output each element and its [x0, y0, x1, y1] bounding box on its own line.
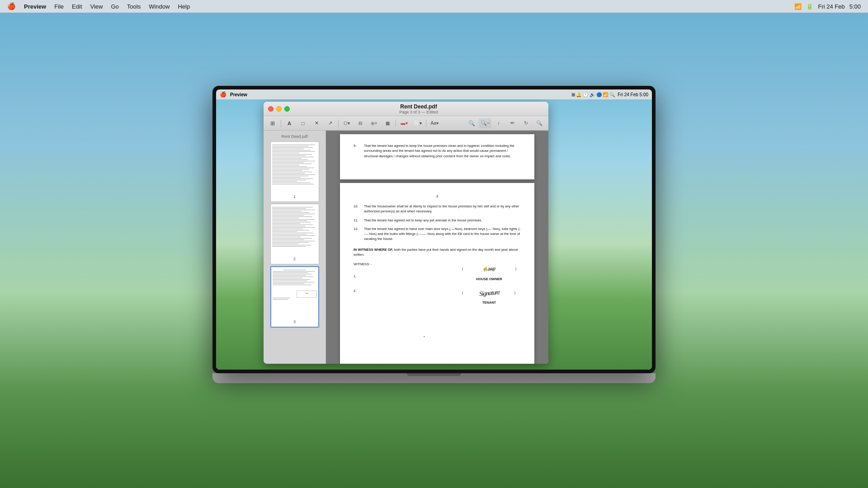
menubar-right: 📶 🔋 Fri 24 Feb 5:00: [794, 3, 861, 10]
desktop: 🍎 Preview File Edit View Go Tools Window…: [0, 0, 868, 488]
clause-9-text: That the tenant has agreed to keep the h…: [364, 143, 521, 159]
title-bar: Rent Deed.pdf Page 3 of 3 — Edited: [264, 102, 548, 116]
clause-9: 9. That the tenant has agreed to keep th…: [354, 143, 521, 159]
page-thumb-1-label: 1: [272, 193, 317, 200]
pdf-page-top: 9. That the tenant has agreed to keep th…: [340, 134, 534, 179]
window-title: Rent Deed.pdf: [400, 103, 437, 110]
toolbar-crop-btn[interactable]: ⊟: [354, 118, 367, 128]
tenant-label: TENANT: [460, 300, 519, 305]
clause-10-num: 10.: [354, 204, 362, 214]
menu-tools[interactable]: Tools: [127, 3, 141, 10]
screen-menubar: 🍎 Preview ⊞ 🔔 🕐 🔊 🔵 📶 🔍 Fri 24 Feb 5:00: [216, 89, 652, 99]
clause-12-text: That the tenant has agreed to hand over …: [364, 226, 521, 242]
tenant-bracket-close: ): [514, 291, 515, 296]
toolbar-annotate-btn[interactable]: ✏: [506, 118, 519, 128]
sidebar-thumb-2[interactable]: 2: [270, 204, 319, 264]
thumb-3-content: sign: [273, 270, 317, 319]
pdf-page-3: 3 10. That the houseowner shall be at li…: [340, 183, 534, 364]
witness-label: WITNESS: -: [354, 262, 458, 267]
toolbar-sidebar-btn[interactable]: ⊞: [266, 118, 279, 128]
witness-section: IN WITNESS WHERE OF, both the parties ha…: [354, 247, 521, 258]
traffic-lights[interactable]: [268, 106, 290, 112]
toolbar-color-btn[interactable]: ◉▾: [368, 118, 380, 128]
toolbar-search-btn[interactable]: 🔍: [533, 118, 546, 128]
window-subtitle: Page 3 of 3 — Edited: [399, 110, 438, 114]
datetime: Fri 24 Feb: [818, 3, 844, 10]
main-content: Rent Deed.pdf: [264, 131, 548, 364]
screen-menubar-right: ⊞ 🔔 🕐 🔊 🔵 📶 🔍 Fri 24 Feb 5:00: [571, 92, 648, 97]
witness-header-bold: IN WITNESS WHERE OF,: [354, 248, 393, 252]
thumb-2-content: [272, 207, 317, 256]
screen-icons: ⊞ 🔔 🕐 🔊 🔵 📶 🔍: [571, 92, 615, 97]
maximize-button[interactable]: [284, 106, 290, 112]
toolbar-fill-btn[interactable]: ⬜▾: [411, 118, 424, 128]
toolbar-font-btn[interactable]: Aa▾: [428, 118, 441, 128]
clause-10-text: That the houseowner shall be at liberty …: [364, 204, 521, 214]
house-owner-scribble2: ✍ sign: [482, 265, 495, 272]
witness-header: IN WITNESS WHERE OF, both the parties ha…: [354, 247, 521, 258]
screen-app-name: Preview: [230, 92, 247, 97]
app-menu-preview[interactable]: Preview: [24, 3, 46, 10]
toolbar-sep-1: [281, 120, 281, 127]
window-wrapper: Rent Deed.pdf Page 3 of 3 — Edited ⊞ A □…: [261, 99, 652, 370]
sidebar-thumb-1[interactable]: 1: [270, 141, 319, 202]
house-owner-sig-box: ( 𝓜𝓮𝓻𝓲𝔂 ✍ sign ): [460, 262, 519, 282]
clause-10: 10. That the houseowner shall be at libe…: [354, 204, 521, 214]
sidebar-thumb-3[interactable]: sign 3: [270, 266, 319, 328]
pdf-viewer[interactable]: 9. That the tenant has agreed to keep th…: [326, 131, 548, 364]
tenant-sig-box: ( Signature ) TENANT: [460, 286, 519, 305]
apple-menu[interactable]: 🍎: [7, 2, 16, 10]
clause-12: 12. That the tenant has agreed to hand o…: [354, 226, 521, 242]
title-bar-center: Rent Deed.pdf Page 3 of 3 — Edited: [293, 103, 544, 114]
laptop-base: [212, 373, 656, 383]
sidebar-filename: Rent Deed.pdf: [264, 133, 326, 140]
toolbar-shapes-btn[interactable]: ⬡▾: [340, 118, 353, 128]
laptop-notch: [407, 373, 461, 376]
screen-apple: 🍎: [220, 91, 226, 98]
toolbar-share-btn[interactable]: ↑: [492, 118, 505, 128]
clause-12-num: 12.: [354, 226, 362, 242]
menu-edit[interactable]: Edit: [72, 3, 82, 10]
thumb-1-content: [272, 145, 317, 193]
menu-window[interactable]: Window: [149, 3, 170, 10]
menubar: 🍎 Preview File Edit View Go Tools Window…: [0, 0, 868, 13]
toolbar-zoom-out-btn[interactable]: 🔍−: [479, 118, 491, 128]
toolbar-view-btn[interactable]: ▦: [381, 118, 394, 128]
sig-close-bracket: ): [515, 267, 516, 272]
tenant-sig-image: ( Signature ): [462, 286, 516, 300]
toolbar-rotate-btn[interactable]: ↻: [519, 118, 532, 128]
toolbar-sep-2: [338, 120, 339, 127]
screen-datetime: Fri 24 Feb 5:00: [618, 92, 648, 97]
toolbar-sep-4: [426, 120, 426, 127]
menubar-left: 🍎 Preview File Edit View Go Tools Window…: [7, 2, 190, 10]
tenant-bracket-open: (: [462, 291, 463, 296]
menu-view[interactable]: View: [90, 3, 103, 10]
menu-help[interactable]: Help: [178, 3, 190, 10]
page-thumb-2-label: 2: [272, 256, 317, 262]
battery-icon: 🔋: [806, 3, 813, 10]
minimize-button[interactable]: [276, 106, 282, 112]
page-thumb-3-label: 3: [273, 319, 317, 325]
toolbar-rect-btn[interactable]: □: [297, 118, 309, 128]
toolbar-text-btn[interactable]: A: [283, 118, 296, 128]
close-button[interactable]: [268, 106, 274, 112]
toolbar-border-btn[interactable]: ▬▾: [398, 118, 410, 128]
sidebar[interactable]: Rent Deed.pdf: [264, 131, 326, 364]
clause-11: 11. That the tenant has agreed not to ke…: [354, 218, 521, 223]
house-owner-sig-image: ( 𝓜𝓮𝓻𝓲𝔂 ✍ sign ): [462, 262, 516, 276]
menu-go[interactable]: Go: [111, 3, 118, 10]
signature-block: WITNESS: - 1. 2.: [354, 262, 521, 305]
toolbar-sep-3: [396, 120, 396, 127]
pdf-window: Rent Deed.pdf Page 3 of 3 — Edited ⊞ A □…: [264, 102, 548, 364]
menu-file[interactable]: File: [54, 3, 64, 10]
time: 5:00: [849, 3, 861, 10]
clause-9-num: 9.: [354, 143, 362, 159]
toolbar-markup-btn[interactable]: ✕: [310, 118, 323, 128]
wifi-icon: 📶: [794, 3, 802, 10]
toolbar-zoom-in-btn[interactable]: 🔍: [465, 118, 478, 128]
laptop-frame: 🍎 Preview ⊞ 🔔 🕐 🔊 🔵 📶 🔍 Fri 24 Feb 5:00: [203, 86, 665, 402]
witness-lines: WITNESS: - 1. 2.: [354, 262, 458, 293]
toolbar-arrow-btn[interactable]: ↗: [324, 118, 336, 128]
cursor-marker: •: [424, 334, 425, 339]
toolbar: ⊞ A □ ✕ ↗ ⬡▾ ⊟ ◉▾ ▦ ▬▾: [264, 116, 548, 131]
